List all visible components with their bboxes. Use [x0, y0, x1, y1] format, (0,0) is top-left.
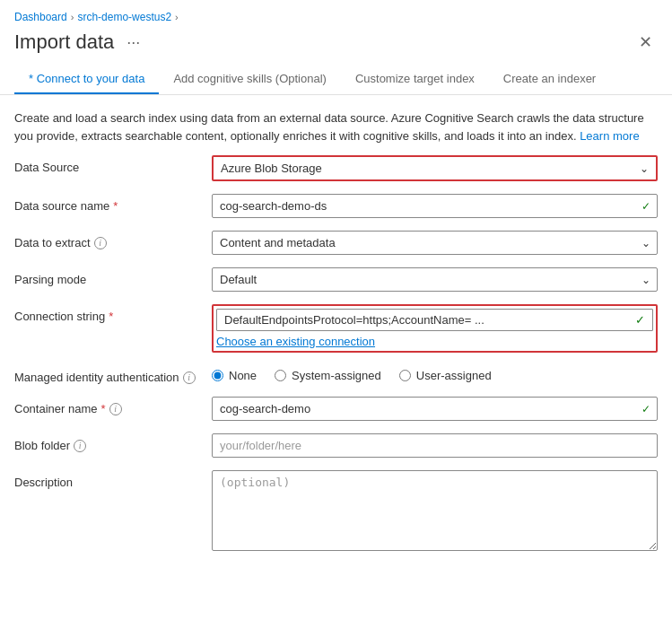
- required-star-1: *: [113, 199, 118, 213]
- tabs-row: * Connect to your data Add cognitive ski…: [0, 65, 672, 95]
- blob-folder-input[interactable]: [212, 433, 658, 458]
- breadcrumb-dashboard[interactable]: Dashboard: [14, 11, 67, 23]
- choose-connection-link[interactable]: Choose an existing connection: [216, 335, 375, 348]
- parsing-mode-row: Parsing mode Default Text Delimited text…: [14, 267, 658, 292]
- radio-none[interactable]: None: [212, 369, 257, 382]
- data-to-extract-row: Data to extract i Content and metadata S…: [14, 231, 658, 255]
- container-name-label: Container name * i: [14, 397, 212, 415]
- connection-string-control: DefaultEndpointsProtocol=https;AccountNa…: [212, 304, 658, 353]
- managed-identity-row: Managed identity authentication i None S…: [14, 365, 658, 384]
- description-row: Description: [14, 470, 658, 554]
- connection-string-label: Connection string *: [14, 304, 212, 323]
- connection-string-value: DefaultEndpointsProtocol=https;AccountNa…: [224, 313, 630, 327]
- data-source-control: Azure Blob Storage Azure SQL Database Az…: [212, 155, 658, 181]
- blob-folder-info-icon[interactable]: i: [74, 440, 86, 452]
- page-title-row: Import data ···: [14, 31, 145, 54]
- container-name-control: cog-search-demo ✓: [212, 397, 658, 421]
- breadcrumb-sep-1: ›: [71, 12, 74, 22]
- breadcrumb-service[interactable]: srch-demo-westus2: [77, 11, 171, 23]
- blob-folder-row: Blob folder i: [14, 433, 658, 458]
- radio-user-assigned[interactable]: User-assigned: [399, 369, 492, 382]
- radio-system-assigned[interactable]: System-assigned: [275, 369, 381, 382]
- radio-none-input[interactable]: [212, 370, 223, 381]
- data-to-extract-info-icon[interactable]: i: [94, 237, 107, 249]
- tab-index[interactable]: Customize target index: [341, 65, 489, 94]
- description-textarea[interactable]: [212, 470, 658, 551]
- data-source-row: Data Source Azure Blob Storage Azure SQL…: [14, 155, 658, 181]
- data-source-name-select[interactable]: cog-search-demo-ds: [212, 194, 658, 218]
- connection-string-row: Connection string * DefaultEndpointsProt…: [14, 304, 658, 353]
- breadcrumb: Dashboard › srch-demo-westus2 ›: [0, 0, 672, 27]
- managed-identity-info-icon[interactable]: i: [183, 371, 196, 384]
- close-button[interactable]: ✕: [633, 31, 658, 54]
- data-source-name-row: Data source name * cog-search-demo-ds ✓: [14, 194, 658, 218]
- more-options-button[interactable]: ···: [121, 31, 145, 54]
- tab-connect[interactable]: * Connect to your data: [14, 65, 159, 94]
- tab-cognitive[interactable]: Add cognitive skills (Optional): [159, 65, 341, 94]
- breadcrumb-sep-2: ›: [175, 12, 179, 22]
- data-to-extract-label: Data to extract i: [14, 231, 212, 249]
- data-to-extract-select[interactable]: Content and metadata Storage metadata on…: [212, 231, 658, 255]
- blob-folder-control: [212, 433, 658, 458]
- learn-more-link[interactable]: Learn more: [580, 129, 639, 143]
- managed-identity-label: Managed identity authentication i: [14, 365, 212, 384]
- data-to-extract-control: Content and metadata Storage metadata on…: [212, 231, 658, 255]
- data-source-select[interactable]: Azure Blob Storage Azure SQL Database Az…: [214, 157, 656, 179]
- page-header: Import data ··· ✕: [0, 27, 672, 65]
- parsing-mode-select[interactable]: Default Text Delimited text JSON JSON ar…: [212, 267, 658, 292]
- data-source-label: Data Source: [14, 155, 212, 174]
- form-area: Data Source Azure Blob Storage Azure SQL…: [0, 155, 672, 554]
- page-title: Import data: [14, 31, 114, 54]
- container-name-row: Container name * i cog-search-demo ✓: [14, 397, 658, 421]
- parsing-mode-control: Default Text Delimited text JSON JSON ar…: [212, 267, 658, 292]
- data-source-name-control: cog-search-demo-ds ✓: [212, 194, 658, 218]
- description-text: Create and load a search index using dat…: [0, 95, 672, 155]
- container-name-select[interactable]: cog-search-demo: [212, 397, 658, 421]
- connection-string-check: ✓: [635, 313, 645, 327]
- parsing-mode-label: Parsing mode: [14, 267, 212, 286]
- data-source-name-label: Data source name *: [14, 194, 212, 213]
- description-control: [212, 470, 658, 554]
- required-star-3: *: [101, 402, 106, 415]
- description-label: Description: [14, 470, 212, 489]
- blob-folder-label: Blob folder i: [14, 433, 212, 452]
- managed-identity-control: None System-assigned User-assigned: [212, 365, 658, 382]
- container-name-info-icon[interactable]: i: [109, 403, 122, 415]
- managed-identity-radio-group: None System-assigned User-assigned: [212, 365, 658, 382]
- required-star-2: *: [109, 310, 113, 323]
- radio-system-assigned-input[interactable]: [275, 370, 286, 381]
- radio-user-assigned-input[interactable]: [399, 370, 411, 381]
- tab-indexer[interactable]: Create an indexer: [489, 65, 610, 94]
